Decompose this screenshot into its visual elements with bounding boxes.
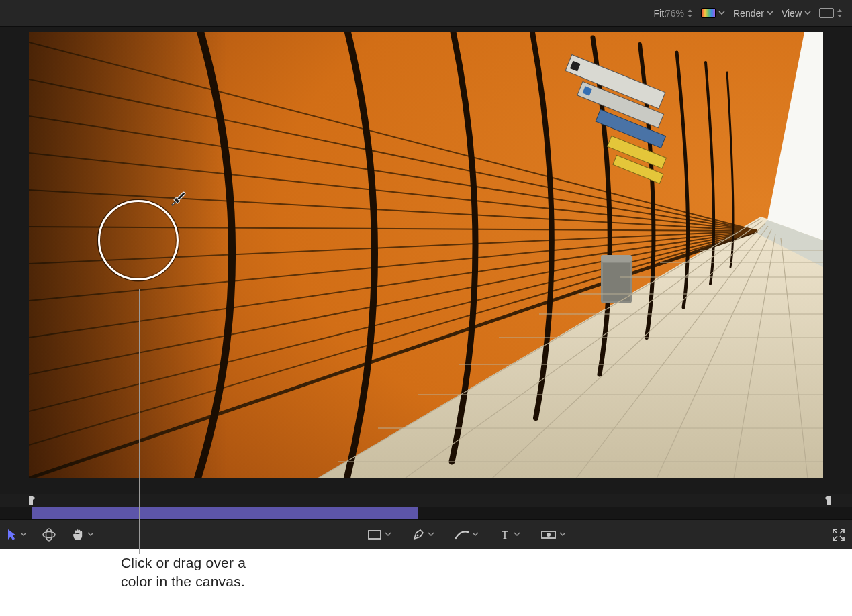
fullscreen-toggle[interactable] bbox=[832, 528, 845, 542]
svg-rect-10 bbox=[29, 32, 823, 478]
canvas-bg-icon bbox=[819, 8, 834, 18]
callout-line2: color in the canvas. bbox=[121, 574, 245, 589]
svg-point-16 bbox=[416, 534, 418, 536]
canvas[interactable] bbox=[29, 32, 823, 478]
timeline-clip[interactable] bbox=[32, 507, 418, 519]
svg-point-14 bbox=[46, 529, 52, 541]
chevron-down-icon bbox=[385, 532, 391, 537]
canvas-area bbox=[0, 27, 852, 494]
updown-icon bbox=[837, 9, 843, 18]
mask-tool[interactable] bbox=[540, 529, 566, 540]
view-label: View bbox=[782, 8, 802, 19]
updown-icon bbox=[687, 9, 693, 18]
chevron-down-icon bbox=[472, 532, 479, 537]
background-color-dropdown[interactable] bbox=[819, 8, 843, 18]
pan-tool[interactable] bbox=[71, 528, 94, 542]
render-dropdown[interactable]: Render bbox=[733, 8, 773, 19]
svg-point-13 bbox=[43, 531, 55, 537]
chevron-down-icon bbox=[804, 11, 811, 15]
chevron-down-icon bbox=[559, 532, 566, 537]
fit-value: 76% bbox=[665, 8, 684, 19]
callout-line1: Click or drag over a bbox=[121, 555, 246, 570]
mini-timeline-ruler[interactable] bbox=[0, 494, 852, 507]
color-channel-dropdown[interactable] bbox=[701, 8, 725, 18]
3d-transform-tool[interactable] bbox=[42, 528, 56, 542]
render-label: Render bbox=[733, 8, 764, 19]
chevron-down-icon bbox=[718, 11, 725, 15]
view-dropdown[interactable]: View bbox=[782, 8, 811, 19]
viewer-top-toolbar: Fit: 76% Render View bbox=[0, 0, 852, 27]
viewer-panel: Fit: 76% Render View bbox=[0, 0, 852, 549]
zoom-fit-dropdown[interactable]: Fit: 76% bbox=[654, 8, 693, 19]
chevron-down-icon bbox=[20, 532, 27, 537]
svg-point-19 bbox=[547, 533, 551, 537]
svg-text:T: T bbox=[501, 529, 508, 541]
text-tool[interactable]: T bbox=[499, 529, 520, 541]
callout-leader-line bbox=[139, 289, 140, 554]
color-channels-icon bbox=[701, 8, 716, 18]
out-point-marker-icon[interactable] bbox=[824, 494, 833, 507]
chevron-down-icon bbox=[87, 532, 94, 537]
chevron-down-icon bbox=[767, 11, 773, 15]
svg-rect-15 bbox=[369, 531, 381, 539]
paint-stroke-tool[interactable] bbox=[455, 529, 479, 541]
select-tool[interactable] bbox=[7, 529, 27, 541]
in-point-marker-icon[interactable] bbox=[27, 494, 36, 507]
callout-text: Click or drag over a color in the canvas… bbox=[121, 554, 322, 592]
chevron-down-icon bbox=[514, 532, 520, 537]
mini-timeline-track[interactable] bbox=[0, 507, 852, 519]
shape-tool[interactable] bbox=[367, 529, 391, 540]
pen-tool[interactable] bbox=[412, 528, 434, 542]
canvas-bottom-toolbar: T bbox=[0, 519, 852, 549]
chevron-down-icon bbox=[428, 532, 434, 537]
